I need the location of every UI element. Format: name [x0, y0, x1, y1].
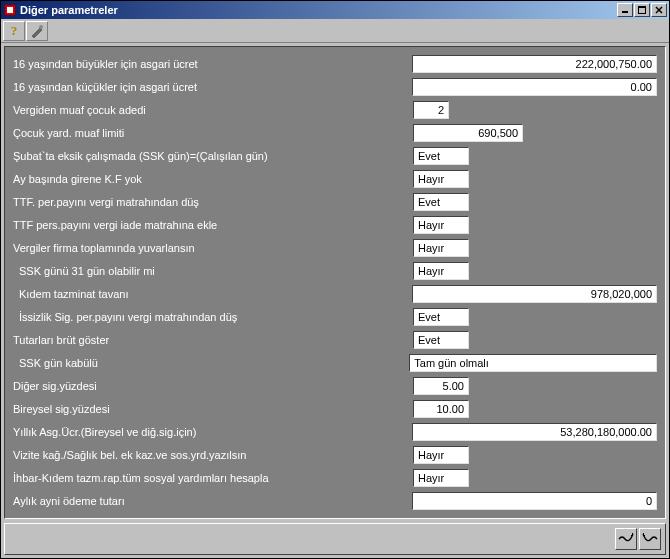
- param-row: Aylık ayni ödeme tutarı: [13, 490, 657, 512]
- tool-button[interactable]: [26, 21, 48, 41]
- param-input[interactable]: [412, 78, 657, 96]
- param-label: TTF pers.payını vergi iade matrahına ekl…: [13, 219, 413, 231]
- param-input[interactable]: [413, 193, 469, 211]
- param-label: Çocuk yard. muaf limiti: [13, 127, 413, 139]
- close-button[interactable]: [651, 3, 667, 17]
- param-label: Yıllık Asg.Ücr.(Bireysel ve diğ.sig.için…: [13, 426, 412, 438]
- param-label: Şubat`ta eksik çalışmada (SSK gün)=(Çalı…: [13, 150, 413, 162]
- param-input[interactable]: [413, 400, 469, 418]
- content-wrap: 16 yaşından büyükler için asgari ücret16…: [1, 43, 669, 558]
- param-label: TTF. per.payını vergi matrahından düş: [13, 196, 413, 208]
- param-row: Vizite kağ./Sağlık bel. ek kaz.ve sos.yr…: [13, 444, 657, 466]
- param-label: 16 yaşından küçükler için asgari ücret: [13, 81, 412, 93]
- param-input[interactable]: [413, 147, 469, 165]
- param-row: 16 yaşından büyükler için asgari ücret: [13, 53, 657, 75]
- param-label: Bireysel sig.yüzdesi: [13, 403, 413, 415]
- param-row: Vergiden muaf çocuk adedi: [13, 99, 657, 121]
- maximize-button[interactable]: [634, 3, 650, 17]
- param-input[interactable]: [413, 446, 469, 464]
- param-input[interactable]: [413, 216, 469, 234]
- param-input[interactable]: [412, 55, 657, 73]
- param-row: TTF. per.payını vergi matrahından düş: [13, 191, 657, 213]
- param-input[interactable]: [413, 262, 469, 280]
- param-row: Vergiler firma toplamında yuvarlansın: [13, 237, 657, 259]
- param-input[interactable]: [413, 101, 449, 119]
- help-button[interactable]: ?: [3, 21, 25, 41]
- ok-button[interactable]: [615, 528, 637, 550]
- param-row: Kıdem tazminat tavanı: [13, 283, 657, 305]
- window: Diğer parametreler ? 16 yaşından büyükle…: [0, 0, 670, 559]
- app-icon: [3, 3, 17, 17]
- titlebar-buttons: [617, 3, 667, 17]
- param-row: SSK günü 31 gün olabilir mi: [13, 260, 657, 282]
- param-input[interactable]: [409, 354, 657, 372]
- param-input[interactable]: [412, 492, 657, 510]
- param-row: Ay başında girene K.F yok: [13, 168, 657, 190]
- param-input[interactable]: [412, 423, 657, 441]
- param-row: Yıllık Asg.Ücr.(Bireysel ve diğ.sig.için…: [13, 421, 657, 443]
- param-input[interactable]: [413, 331, 469, 349]
- param-input[interactable]: [413, 377, 469, 395]
- param-label: SSK gün kabülü: [13, 357, 409, 369]
- toolbar: ?: [1, 19, 669, 43]
- footer-bar: [4, 523, 666, 555]
- param-label: Vergiden muaf çocuk adedi: [13, 104, 413, 116]
- minimize-button[interactable]: [617, 3, 633, 17]
- param-row: Çocuk yard. muaf limiti: [13, 122, 657, 144]
- param-label: Vergiler firma toplamında yuvarlansın: [13, 242, 413, 254]
- param-input[interactable]: [413, 170, 469, 188]
- svg-point-8: [39, 25, 43, 29]
- content-panel: 16 yaşından büyükler için asgari ücret16…: [4, 46, 666, 519]
- param-row: Diğer sig.yüzdesi: [13, 375, 657, 397]
- param-input[interactable]: [413, 308, 469, 326]
- param-input[interactable]: [413, 124, 523, 142]
- param-row: Tutarları brüt göster: [13, 329, 657, 351]
- window-title: Diğer parametreler: [20, 4, 617, 16]
- param-label: Vizite kağ./Sağlık bel. ek kaz.ve sos.yr…: [13, 449, 413, 461]
- param-label: Aylık ayni ödeme tutarı: [13, 495, 412, 507]
- param-label: Kıdem tazminat tavanı: [13, 288, 412, 300]
- cancel-button[interactable]: [639, 528, 661, 550]
- param-label: İssizlik Sig. per.payını vergi matrahınd…: [13, 311, 413, 323]
- param-input[interactable]: [412, 285, 657, 303]
- param-input[interactable]: [413, 469, 469, 487]
- param-label: SSK günü 31 gün olabilir mi: [13, 265, 413, 277]
- param-row: İssizlik Sig. per.payını vergi matrahınd…: [13, 306, 657, 328]
- svg-rect-1: [7, 7, 13, 13]
- param-row: 16 yaşından küçükler için asgari ücret: [13, 76, 657, 98]
- param-row: SSK gün kabülü: [13, 352, 657, 374]
- param-label: Diğer sig.yüzdesi: [13, 380, 413, 392]
- param-label: Tutarları brüt göster: [13, 334, 413, 346]
- param-row: Şubat`ta eksik çalışmada (SSK gün)=(Çalı…: [13, 145, 657, 167]
- param-row: Bireysel sig.yüzdesi: [13, 398, 657, 420]
- param-row: İhbar-Kıdem tazm.rap.tüm sosyal yardımla…: [13, 467, 657, 489]
- param-row: TTF pers.payını vergi iade matrahına ekl…: [13, 214, 657, 236]
- svg-text:?: ?: [11, 24, 18, 38]
- param-label: İhbar-Kıdem tazm.rap.tüm sosyal yardımla…: [13, 472, 413, 484]
- param-label: 16 yaşından büyükler için asgari ücret: [13, 58, 412, 70]
- titlebar: Diğer parametreler: [1, 1, 669, 19]
- param-label: Ay başında girene K.F yok: [13, 173, 413, 185]
- param-input[interactable]: [413, 239, 469, 257]
